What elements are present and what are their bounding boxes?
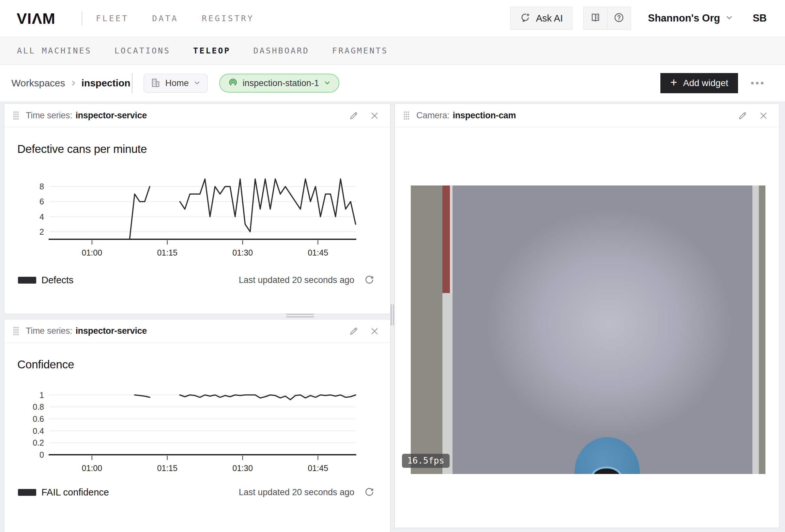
- svg-text:0.6: 0.6: [33, 414, 44, 423]
- breadcrumb-chevron-icon: [70, 80, 77, 87]
- fps-badge: 16.5fps: [402, 454, 450, 468]
- column-resize-handle[interactable]: [390, 304, 394, 326]
- legend-swatch: [18, 277, 36, 284]
- camera-stage: 16.5fps: [411, 185, 765, 474]
- svg-text:8: 8: [40, 182, 44, 191]
- close-widget-button[interactable]: [756, 109, 770, 123]
- widget-footer: Defects Last updated 20 seconds ago: [18, 273, 377, 287]
- refresh-button[interactable]: [362, 273, 377, 287]
- widget-type-label: Time series:: [26, 326, 72, 336]
- widget-header: Time series: inspector-service: [4, 104, 390, 128]
- svg-text:4: 4: [40, 212, 44, 221]
- svg-text:01:30: 01:30: [232, 463, 253, 473]
- tab-locations[interactable]: LOCATIONS: [115, 46, 170, 55]
- svg-text:01:15: 01:15: [157, 248, 177, 257]
- svg-text:01:30: 01:30: [232, 248, 253, 257]
- last-updated-text: Last updated 20 seconds ago: [239, 275, 354, 285]
- workspace-title[interactable]: inspection: [81, 78, 130, 89]
- widget-header: Camera: inspection-cam: [395, 104, 779, 128]
- tab-all-machines[interactable]: ALL MACHINES: [17, 46, 92, 55]
- docs-button[interactable]: [584, 7, 607, 29]
- svg-text:1: 1: [40, 391, 44, 400]
- svg-text:0.2: 0.2: [33, 438, 44, 447]
- primary-nav: FLEET DATA REGISTRY: [96, 14, 254, 23]
- live-broadcast-icon: [228, 78, 238, 89]
- location-name: Home: [166, 78, 189, 88]
- widget-source-name: inspector-service: [75, 110, 147, 121]
- widget-header: Time series: inspector-service: [4, 319, 390, 343]
- last-updated-text: Last updated 20 seconds ago: [239, 487, 354, 498]
- defects-line-chart: 246801:0001:1501:3001:45: [17, 172, 383, 264]
- row-resize-handle[interactable]: [286, 314, 314, 319]
- svg-text:01:00: 01:00: [82, 463, 102, 473]
- app-header: VIΛM FLEET DATA REGISTRY Ask AI: [0, 0, 785, 36]
- conveyor-left-rail: [411, 185, 442, 474]
- breadcrumb-workspaces[interactable]: Workspaces: [11, 78, 65, 89]
- edit-widget-button[interactable]: [347, 109, 361, 123]
- drag-handle-icon[interactable]: [13, 111, 19, 120]
- widget-type-label: Camera:: [416, 110, 449, 121]
- svg-text:01:00: 01:00: [82, 248, 102, 257]
- overflow-menu-button[interactable]: [748, 79, 767, 88]
- camera-feed[interactable]: [411, 185, 765, 474]
- nav-data[interactable]: DATA: [152, 14, 178, 23]
- svg-text:01:45: 01:45: [308, 463, 328, 473]
- teleop-toolbar: Workspaces inspection Home: [0, 65, 785, 102]
- widget-type-label: Time series:: [26, 110, 72, 121]
- svg-text:0.4: 0.4: [33, 426, 44, 435]
- org-name: Shannon's Org: [648, 12, 720, 24]
- question-mark-icon: [613, 12, 625, 24]
- widget-footer: FAIL confidence Last updated 20 seconds …: [18, 485, 377, 499]
- toolbar-right: + Add widget: [660, 73, 767, 93]
- confidence-line-chart: 00.20.40.60.8101:0001:1501:3001:45: [17, 388, 383, 479]
- user-avatar[interactable]: SB: [753, 12, 767, 24]
- machine-selector[interactable]: inspection-station-1: [219, 74, 339, 92]
- chart-title: Confidence: [17, 358, 74, 371]
- svg-text:01:45: 01:45: [308, 248, 328, 257]
- conveyor-right-rail: [759, 185, 765, 474]
- org-selector[interactable]: Shannon's Org: [648, 12, 733, 24]
- chevron-down-icon: [324, 79, 331, 87]
- chevron-down-icon: [725, 14, 733, 23]
- nav-registry[interactable]: REGISTRY: [202, 14, 254, 23]
- svg-text:01:15: 01:15: [157, 463, 177, 473]
- nav-fleet[interactable]: FLEET: [96, 14, 129, 23]
- widget-timeseries-defects: Time series: inspector-service Defective…: [4, 104, 390, 314]
- legend-label: Defects: [42, 275, 73, 286]
- plus-icon: +: [670, 77, 677, 88]
- drag-handle-icon[interactable]: [13, 326, 19, 336]
- svg-text:6: 6: [40, 197, 44, 206]
- building-icon: [150, 78, 161, 89]
- viam-logo[interactable]: VIΛM: [17, 9, 55, 27]
- legend-label: FAIL confidence: [42, 487, 109, 498]
- fleet-tabbar: ALL MACHINES LOCATIONS TELEOP DASHBOARD …: [0, 36, 785, 65]
- widget-canvas: Time series: inspector-service Defective…: [0, 102, 785, 532]
- close-widget-button[interactable]: [368, 109, 382, 123]
- location-selector[interactable]: Home: [144, 74, 207, 92]
- add-widget-button[interactable]: + Add widget: [660, 73, 738, 93]
- widget-timeseries-confidence: Time series: inspector-service Confidenc…: [4, 319, 390, 532]
- close-widget-button[interactable]: [368, 324, 382, 338]
- edit-widget-button[interactable]: [735, 109, 750, 123]
- ask-ai-label: Ask AI: [536, 13, 563, 24]
- chart-title: Defective cans per minute: [17, 142, 147, 156]
- right-guide-stripe: [752, 185, 759, 474]
- book-icon: [590, 12, 601, 24]
- svg-text:0: 0: [40, 450, 44, 459]
- svg-text:0.8: 0.8: [33, 402, 44, 411]
- help-icon-group: [583, 7, 631, 30]
- legend-swatch: [18, 489, 36, 496]
- drag-handle-icon[interactable]: [403, 111, 410, 120]
- machine-name: inspection-station-1: [243, 78, 319, 88]
- red-marker-stripe: [442, 185, 450, 293]
- edit-widget-button[interactable]: [347, 324, 361, 338]
- help-button[interactable]: [607, 7, 631, 29]
- widget-source-name: inspection-cam: [453, 110, 516, 121]
- tab-fragments[interactable]: FRAGMENTS: [332, 46, 388, 55]
- widget-source-name: inspector-service: [75, 326, 147, 336]
- refresh-button[interactable]: [362, 485, 377, 499]
- tab-dashboard[interactable]: DASHBOARD: [253, 46, 309, 55]
- ask-ai-button[interactable]: Ask AI: [510, 7, 572, 30]
- tab-teleop[interactable]: TELEOP: [193, 46, 230, 55]
- title-caret: [132, 73, 132, 93]
